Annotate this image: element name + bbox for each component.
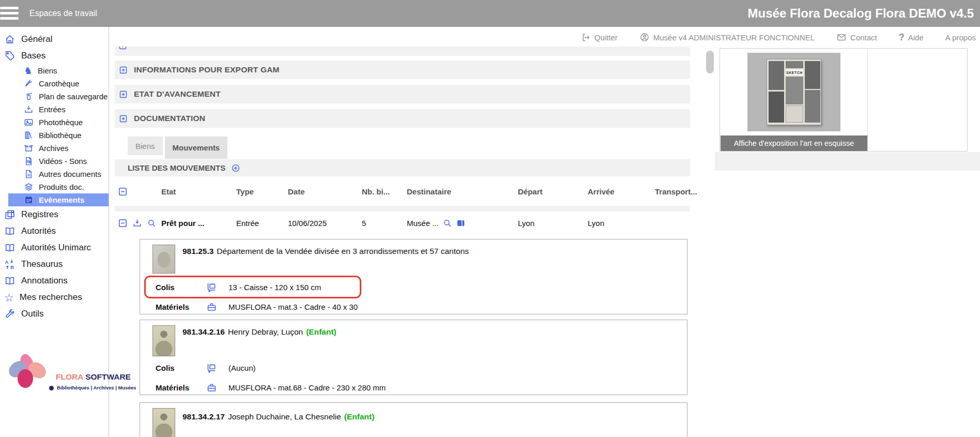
cell-depart: Lyon — [518, 219, 588, 228]
vertical-scrollbar-thumb[interactable] — [706, 51, 714, 73]
bien-thumbnail[interactable] — [152, 245, 175, 274]
bien-thumbnail[interactable] — [152, 408, 175, 437]
carrot-icon — [24, 79, 34, 88]
movements-table-header: Etat Type Date Nb. bi... Destinataire Dé… — [115, 182, 690, 201]
sidebar-item-produits-doc[interactable]: Produits doc. — [0, 180, 109, 193]
registers-icon — [4, 209, 16, 220]
collapse-all-minus-icon[interactable] — [118, 187, 128, 197]
column-arrivee: Arrivée — [588, 187, 655, 196]
logo-dot — [49, 386, 54, 390]
download-icon[interactable] — [132, 218, 142, 228]
document-icon — [24, 169, 34, 179]
search-icon[interactable] — [147, 218, 157, 228]
sidebar-item-thesaurus[interactable]: AB Thesaurus — [0, 256, 109, 273]
contact-button[interactable]: Contact — [836, 32, 877, 42]
column-depart: Départ — [518, 187, 588, 196]
sidebar-item-autres-documents[interactable]: Autres documents — [0, 168, 109, 180]
cell-type: Entrée — [236, 219, 288, 228]
record-card-icon[interactable] — [456, 218, 466, 228]
home-icon — [4, 34, 16, 45]
section-documentation[interactable]: DOCUMENTATION — [115, 109, 690, 128]
open-book-icon — [4, 225, 16, 237]
media-caption: Affiche d'exposition l'art en esquisse — [721, 135, 867, 151]
sidebar-divider — [109, 27, 109, 437]
sidebar-item-general[interactable]: Général — [0, 31, 109, 48]
logo-petal — [18, 369, 33, 388]
user-menu[interactable]: Musée v4 ADMINISTRATEUR FONCTIONNEL — [639, 32, 815, 42]
collapse-row-minus-icon[interactable] — [118, 218, 128, 228]
quitter-button[interactable]: Quitter — [581, 33, 618, 42]
thesaurus-ab-icon: AB — [4, 259, 16, 270]
section-partial[interactable] — [115, 47, 690, 56]
sidebar-item-archives[interactable]: Archives — [0, 142, 109, 155]
expand-plus-icon[interactable] — [119, 66, 128, 74]
cell-arrivee: Lyon — [588, 219, 655, 228]
cell-etat: Prêt pour ... — [161, 219, 236, 228]
sidebar-item-bases[interactable]: Bases — [0, 48, 109, 64]
sidebar-item-evenements[interactable]: Evènements — [8, 193, 109, 206]
colis-value: (Aucun) — [228, 364, 256, 372]
logo-tagline: Bibliothèques | Archives | Musées — [57, 385, 136, 390]
section-informations-export-gam[interactable]: INFORMATIONS POUR EXPORT GAM — [115, 61, 690, 79]
sidebar-item-outils[interactable]: Outils — [0, 306, 109, 322]
tab-mouvements[interactable]: Mouvements — [165, 137, 228, 159]
calendar-icon — [24, 195, 34, 205]
colis-value: 13 - Caisse - 120 x 150 cm — [228, 283, 321, 292]
expand-plus-icon[interactable] — [119, 114, 128, 123]
materiels-row: Matériels MUSFLORA - mat.3 - Cadre - 40 … — [156, 300, 358, 313]
poster-photo: SKETCH — [747, 53, 840, 131]
sidebar-item-mes-recherches[interactable]: ☆ Mes recherches — [0, 289, 109, 306]
table-separator — [115, 206, 690, 212]
open-book-icon — [4, 242, 16, 253]
bien-card: 981.34.2.16Henry Debray, Luçon(Enfant) C… — [140, 320, 687, 395]
enfant-badge: (Enfant) — [306, 327, 336, 336]
list-title: LISTE DES MOUVEMENTS — [128, 163, 225, 172]
tag-icon — [4, 50, 16, 62]
archive-box-icon — [24, 143, 34, 153]
expand-plus-icon[interactable] — [119, 90, 128, 99]
workspace-label[interactable]: Espaces de travail — [29, 0, 97, 27]
chess-knight-icon: ♞ — [24, 66, 33, 76]
materiels-value: MUSFLORA - mat.68 - Cadre - 230 x 280 mm — [228, 383, 386, 392]
tab-biens[interactable]: Biens — [128, 137, 163, 155]
inbox-download-icon — [24, 104, 34, 114]
sidebar-item-autorites-unimarc[interactable]: Autorités Unimarc — [0, 239, 109, 256]
sidebar-item-biens[interactable]: ♞ Biens — [0, 64, 109, 77]
sidebar-item-bibliotheque[interactable]: Bibliothèque — [0, 129, 109, 142]
enfant-badge: (Enfant) — [344, 412, 375, 421]
expand-plus-icon — [118, 47, 127, 50]
column-etat: Etat — [161, 187, 236, 196]
sidebar-item-videos-sons[interactable]: Vidéos - Sons — [0, 155, 109, 168]
sidebar-item-carotheque[interactable]: Carothèque — [0, 77, 109, 90]
apropos-button[interactable]: A propos — [945, 33, 976, 42]
list-title-bar: LISTE DES MOUVEMENTS — [115, 159, 690, 176]
sidebar-item-annotations[interactable]: Annotations — [0, 273, 109, 289]
bien-thumbnail[interactable] — [152, 325, 175, 356]
materiels-row: Matériels MUSFLORA - mat.68 - Cadre - 23… — [156, 381, 386, 394]
add-movement-button[interactable] — [231, 163, 240, 173]
aide-button[interactable]: ? Aide — [899, 32, 924, 43]
poster-title: SKETCH — [786, 69, 803, 76]
bien-card: 981.34.2.17Joseph Duchaine, La Chesnelie… — [140, 402, 687, 437]
question-mark-icon: ? — [899, 32, 905, 43]
trolley-icon — [206, 282, 217, 293]
search-icon[interactable] — [442, 218, 452, 228]
app-window: Espaces de travail Musée Flora Decalog F… — [0, 0, 980, 437]
preview-panel: SKETCH Affiche d'exposition l'art en esq… — [719, 48, 968, 152]
top-toolbar: Quitter Musée v4 ADMINISTRATEUR FONCTION… — [581, 29, 976, 46]
hamburger-menu-icon[interactable] — [0, 6, 20, 21]
sidebar-item-phototheque[interactable]: Photothèque — [0, 116, 109, 129]
sidebar-item-registres[interactable]: Registres — [0, 206, 109, 223]
sidebar-item-entrees[interactable]: Entrées — [0, 103, 109, 116]
sidebar-item-autorites[interactable]: Autorités — [0, 223, 109, 239]
exit-icon — [581, 33, 591, 42]
column-transport: Transport... — [655, 187, 697, 196]
logo-brand: FLORA SOFTWARE — [56, 372, 131, 382]
sidebar-item-plan-sauvegarde[interactable]: Plan de sauvegarde — [0, 90, 109, 103]
trolley-icon — [206, 363, 217, 373]
cell-destinataire: Musée ... — [407, 219, 439, 228]
media-image[interactable]: SKETCH — [721, 49, 867, 135]
bien-title: 981.34.2.17Joseph Duchaine, La Chesnelie… — [182, 412, 374, 421]
section-etat-avancement[interactable]: ETAT D'AVANCEMENT — [115, 85, 690, 103]
cell-date: 10/06/2025 — [288, 219, 362, 228]
